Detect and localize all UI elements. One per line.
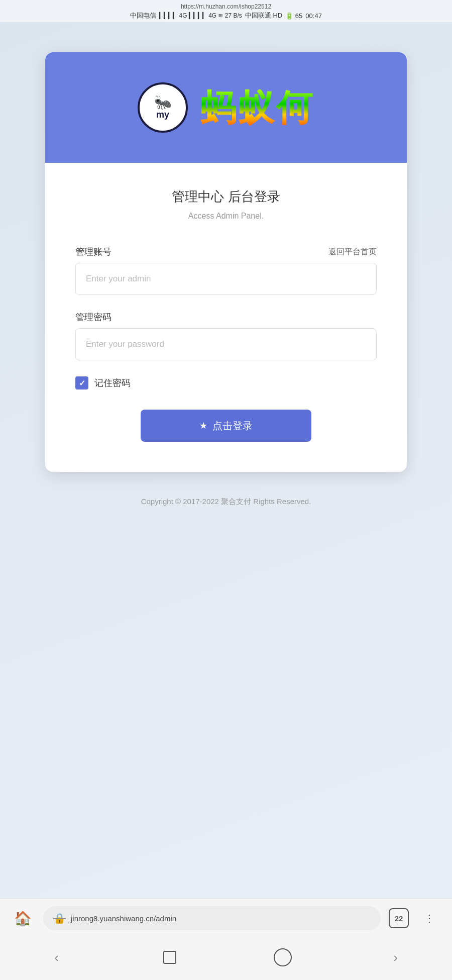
password-input[interactable] (75, 328, 377, 360)
circle-icon (274, 948, 292, 966)
admin-label: 管理账号 (75, 246, 111, 258)
home-button[interactable]: 🏠 (10, 906, 35, 931)
forward-arrow-icon: › (393, 950, 398, 965)
url-bar[interactable]: 🔒 jinrong8.yuanshiwang.cn/admin (43, 906, 381, 930)
back-button[interactable]: ‹ (44, 945, 69, 970)
ant-icon: 🐜 (154, 95, 172, 110)
logo-chinese-text: 蚂蚁何 (200, 89, 314, 126)
lock-icon-crossed: 🔒 (53, 912, 66, 924)
forward-button[interactable]: › (383, 945, 408, 970)
checkmark-icon: ✓ (79, 378, 85, 388)
main-content: 🐜 my 蚂蚁何 管理中心 后台登录 Access Admin Panel. 管… (0, 22, 452, 898)
browser-nav: ‹ › (0, 938, 452, 980)
status-bar: https://m.huzhan.com/ishop22512 中国电信 ▎▎▎… (0, 0, 452, 22)
square-icon (163, 951, 176, 964)
password-label: 管理密码 (75, 311, 111, 323)
remember-label: 记住密码 (94, 377, 131, 389)
remember-row: ✓ 记住密码 (75, 376, 377, 389)
battery-icon: 🔋 65 (285, 12, 302, 20)
login-button-text: 点击登录 (212, 419, 253, 433)
back-link[interactable]: 返回平台首页 (328, 247, 377, 257)
menu-dots-icon: ⋮ (424, 912, 434, 924)
remember-checkbox[interactable]: ✓ (75, 376, 88, 389)
admin-field-row: 管理账号 返回平台首页 (75, 246, 377, 258)
logo-circle: 🐜 my (138, 82, 188, 133)
form-subtitle: Access Admin Panel. (75, 212, 377, 221)
carrier2: 中国联通 HD (245, 11, 282, 20)
tab-count[interactable]: 22 (389, 908, 409, 928)
star-icon: ★ (199, 420, 207, 431)
my-text: my (156, 110, 169, 120)
form-title: 管理中心 后台登录 (75, 188, 377, 206)
logo-text-area: 蚂蚁何 (200, 89, 314, 126)
form-area: 管理中心 后台登录 Access Admin Panel. 管理账号 返回平台首… (45, 163, 407, 472)
square-button[interactable] (157, 945, 182, 970)
carrier1: 中国电信 (130, 11, 156, 20)
browser-bar: 🏠 🔒 jinrong8.yuanshiwang.cn/admin 22 ⋮ (0, 898, 452, 938)
logo-header: 🐜 my 蚂蚁何 (45, 52, 407, 163)
menu-button[interactable]: ⋮ (417, 906, 442, 931)
home-icon: 🏠 (14, 910, 32, 927)
home-nav-button[interactable] (270, 945, 295, 970)
password-field-row: 管理密码 (75, 311, 377, 323)
url-text: jinrong8.yuanshiwang.cn/admin (71, 914, 371, 923)
admin-input[interactable] (75, 263, 377, 295)
time-display: 00:47 (305, 12, 322, 20)
copyright-text: Copyright © 2017-2022 聚合支付 Rights Reserv… (141, 497, 311, 507)
signal-icons: ▎▎▎▎ 4G ▎▎▎▎ 4G ≋ 27 B/s (159, 12, 242, 19)
login-card: 🐜 my 蚂蚁何 管理中心 后台登录 Access Admin Panel. 管… (45, 52, 407, 472)
login-button[interactable]: ★ 点击登录 (141, 410, 311, 442)
back-arrow-icon: ‹ (54, 950, 59, 965)
status-row: 中国电信 ▎▎▎▎ 4G ▎▎▎▎ 4G ≋ 27 B/s 中国联通 HD 🔋 … (130, 11, 322, 20)
status-url: https://m.huzhan.com/ishop22512 (181, 3, 271, 10)
